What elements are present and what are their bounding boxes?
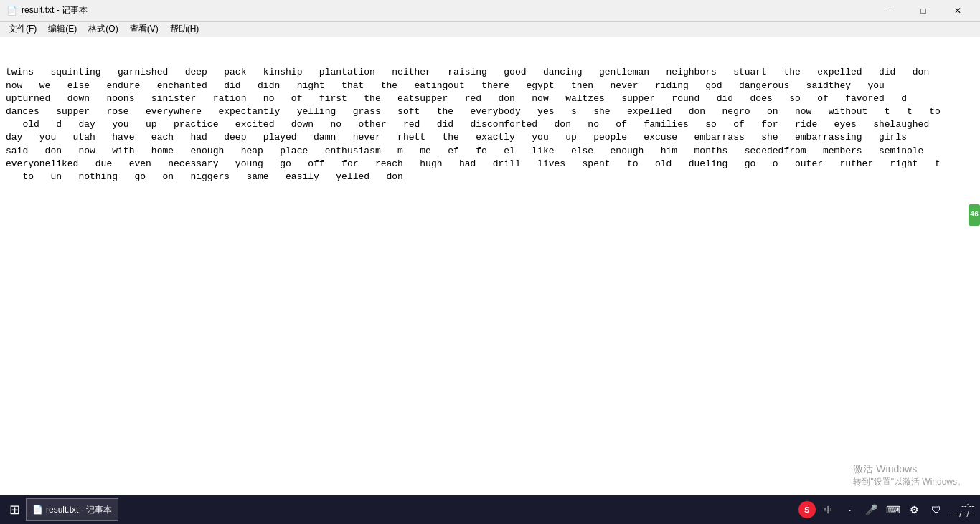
menu-help[interactable]: 帮助(H) bbox=[164, 22, 205, 37]
settings-icon[interactable]: ⚙ bbox=[906, 501, 923, 518]
menu-view[interactable]: 查看(V) bbox=[124, 22, 164, 37]
start-button[interactable]: ⊞ bbox=[6, 501, 23, 518]
shield-icon[interactable]: 🛡 bbox=[928, 501, 945, 518]
clock-time: --:-- bbox=[949, 501, 974, 510]
maximize-button[interactable]: □ bbox=[907, 0, 940, 22]
text-content: twins squinting garnished deep pack kins… bbox=[6, 66, 974, 184]
ime-indicator[interactable]: 中 bbox=[820, 501, 837, 518]
menu-file[interactable]: 文件(F) bbox=[3, 22, 42, 37]
taskbar-left: ⊞ 📄 result.txt - 记事本 bbox=[6, 498, 118, 521]
window-icon: 📄 bbox=[6, 5, 17, 16]
text-content-area[interactable]: twins squinting garnished deep pack kins… bbox=[0, 37, 980, 508]
scroll-indicator[interactable]: 46 bbox=[969, 204, 980, 226]
punctuation-icon[interactable]: · bbox=[842, 501, 859, 518]
mic-icon[interactable]: 🎤 bbox=[863, 501, 880, 518]
close-button[interactable]: ✕ bbox=[941, 0, 974, 22]
menu-format[interactable]: 格式(O) bbox=[83, 22, 123, 37]
taskbar-app-label: result.txt - 记事本 bbox=[46, 504, 112, 516]
menu-bar: 文件(F) 编辑(E) 格式(O) 查看(V) 帮助(H) bbox=[0, 22, 980, 37]
sogou-icon[interactable]: S bbox=[798, 501, 816, 518]
taskbar-clock: --:-- ----/--/-- bbox=[949, 501, 974, 518]
title-bar: 📄 result.txt - 记事本 ─ □ ✕ bbox=[0, 0, 980, 22]
window-title: result.txt - 记事本 bbox=[22, 4, 872, 16]
taskbar-app-icon: 📄 bbox=[32, 505, 43, 515]
clock-date: ----/--/-- bbox=[949, 510, 974, 518]
keyboard-icon[interactable]: ⌨ bbox=[885, 501, 902, 518]
menu-edit[interactable]: 编辑(E) bbox=[42, 22, 83, 37]
minimize-button[interactable]: ─ bbox=[872, 0, 905, 22]
taskbar: ⊞ 📄 result.txt - 记事本 S 中 · 🎤 ⌨ ⚙ 🛡 --:--… bbox=[0, 495, 980, 524]
window-controls: ─ □ ✕ bbox=[872, 0, 974, 22]
taskbar-app-notepad[interactable]: 📄 result.txt - 记事本 bbox=[26, 498, 118, 521]
taskbar-right: S 中 · 🎤 ⌨ ⚙ 🛡 --:-- ----/--/-- bbox=[798, 501, 974, 518]
